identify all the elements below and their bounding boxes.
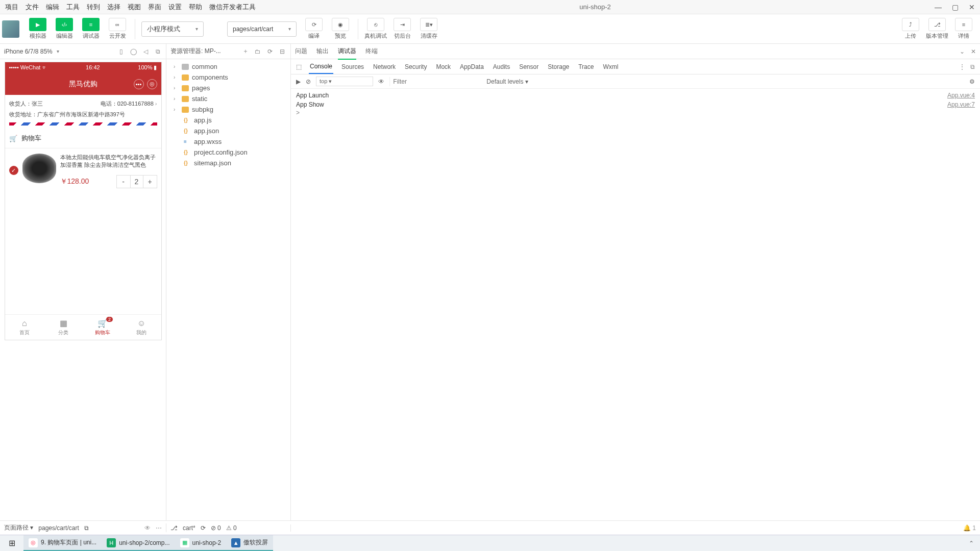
inspect-icon[interactable]: ⬚ <box>296 63 302 70</box>
menu-help[interactable]: 帮助 <box>189 3 202 12</box>
window-maximize[interactable]: ▢ <box>952 3 959 11</box>
panel-tab-problems[interactable]: 问题 <box>295 47 307 56</box>
tab-category[interactable]: ▦分类 <box>44 315 83 340</box>
menu-select[interactable]: 选择 <box>107 3 120 12</box>
clearcache-button[interactable]: ≣▾清缓存 <box>418 18 440 40</box>
eye-icon[interactable]: 👁 <box>144 524 151 532</box>
devtab-sensor[interactable]: Sensor <box>518 60 540 73</box>
address-card[interactable]: 收货人：张三 电话：020-81167888 › 收货地址：广东省广州市海珠区新… <box>5 95 161 129</box>
compile-button[interactable]: ⟳编译 <box>303 18 325 40</box>
console-settings-icon[interactable]: ⚙ <box>969 78 975 85</box>
device-record-icon[interactable]: ◯ <box>129 48 137 55</box>
console-eye-icon[interactable]: 👁 <box>378 78 384 85</box>
folder-pages[interactable]: ›pages <box>166 83 290 93</box>
git-branch[interactable]: cart* <box>183 524 195 532</box>
page-path-label[interactable]: 页面路径 ▾ <box>4 523 33 532</box>
preview-button[interactable]: ◉预览 <box>329 18 352 40</box>
menu-edit[interactable]: 编辑 <box>46 3 59 12</box>
menu-view[interactable]: 视图 <box>128 3 141 12</box>
devtab-console[interactable]: Console <box>309 60 333 74</box>
system-tray[interactable]: ⌃ <box>963 535 980 551</box>
console-source-link[interactable]: App.vue:4 <box>947 92 975 99</box>
panel-chevron-icon[interactable]: ⌄ <box>960 48 965 55</box>
menu-file[interactable]: 文件 <box>26 3 39 12</box>
console-context-select[interactable]: top ▾ <box>316 77 373 86</box>
folder-subpkg[interactable]: ›subpkg <box>166 104 290 115</box>
taskbar-item[interactable]: ▲傲软投屏 <box>226 535 273 551</box>
file-sitemap[interactable]: {}sitemap.json <box>166 158 290 168</box>
file-app-wxss[interactable]: ≡app.wxss <box>166 136 290 147</box>
new-file-icon[interactable]: ＋ <box>241 47 250 56</box>
bell-icon[interactable]: 🔔 1 <box>963 524 976 532</box>
error-count[interactable]: ⊘ 0 <box>211 524 221 532</box>
user-avatar[interactable] <box>2 20 19 38</box>
taskbar-item[interactable]: Huni-shop-2/comp... <box>102 535 175 551</box>
folder-components[interactable]: ›components <box>166 72 290 83</box>
file-app-js[interactable]: {}app.js <box>166 115 290 126</box>
simulator-button[interactable]: ▶模拟器 <box>27 18 49 40</box>
start-button[interactable]: ⊞ <box>0 535 23 551</box>
device-portrait-icon[interactable]: ▯ <box>117 48 125 55</box>
console-levels-select[interactable]: Default levels ▾ <box>486 78 528 85</box>
tab-home[interactable]: ⌂首页 <box>5 315 44 340</box>
devtools-dock-icon[interactable]: ⧉ <box>970 63 975 70</box>
menu-wxdevtools[interactable]: 微信开发者工具 <box>209 3 256 12</box>
window-minimize[interactable]: — <box>935 3 942 11</box>
page-dropdown[interactable]: pages/cart/cart▾ <box>227 21 297 37</box>
devtab-audits[interactable]: Audits <box>492 60 511 73</box>
tab-cart[interactable]: 🛒2购物车 <box>83 315 122 340</box>
folder-static[interactable]: ›static <box>166 93 290 104</box>
tray-chevron-icon[interactable]: ⌃ <box>969 540 974 547</box>
item-check-icon[interactable]: ✓ <box>9 166 18 175</box>
capsule-menu-icon[interactable]: ••• <box>134 79 144 89</box>
menu-project[interactable]: 项目 <box>5 3 18 12</box>
upload-button[interactable]: ⤴上传 <box>899 18 922 40</box>
menu-settings[interactable]: 设置 <box>168 3 182 12</box>
folder-common[interactable]: ›common <box>166 61 290 72</box>
tab-me[interactable]: ☺我的 <box>122 315 161 340</box>
device-popout-icon[interactable]: ⧉ <box>154 48 162 55</box>
devtab-network[interactable]: Network <box>372 60 397 73</box>
refresh-icon[interactable]: ⟳ <box>266 48 274 55</box>
taskbar-item[interactable]: ▦uni-shop-2 <box>175 535 227 551</box>
cloud-dev-button[interactable]: ∞云开发 <box>106 18 129 40</box>
devtab-mock[interactable]: Mock <box>435 60 452 73</box>
console-source-link[interactable]: App.vue:7 <box>947 101 975 108</box>
git-sync-icon[interactable]: ⟳ <box>201 524 206 532</box>
realdevice-button[interactable]: ⎋真机调试 <box>364 18 387 40</box>
menu-tools[interactable]: 工具 <box>66 3 80 12</box>
console-clear-icon[interactable]: ⊘ <box>306 78 311 85</box>
devtab-trace[interactable]: Trace <box>577 60 595 73</box>
copy-icon[interactable]: ⧉ <box>84 524 89 532</box>
devtools-more-icon[interactable]: ⋮ <box>959 63 965 70</box>
panel-tab-output[interactable]: 输出 <box>316 47 329 56</box>
more-icon[interactable]: ⋯ <box>156 524 162 532</box>
version-button[interactable]: ⎇版本管理 <box>926 18 948 40</box>
devtab-appdata[interactable]: AppData <box>459 60 485 73</box>
panel-tab-debugger[interactable]: 调试器 <box>338 47 356 60</box>
mode-dropdown[interactable]: 小程序模式▾ <box>141 21 204 37</box>
console-filter-input[interactable] <box>389 77 481 86</box>
editor-button[interactable]: ‹/›编辑器 <box>53 18 76 40</box>
file-project-config[interactable]: {}project.config.json <box>166 147 290 158</box>
detail-button[interactable]: ≡详情 <box>952 18 975 40</box>
warning-count[interactable]: ⚠ 0 <box>226 524 237 532</box>
devtab-storage[interactable]: Storage <box>547 60 570 73</box>
file-app-json[interactable]: {}app.json <box>166 126 290 136</box>
debugger-button[interactable]: ≡调试器 <box>80 18 102 40</box>
window-close[interactable]: ✕ <box>969 3 975 11</box>
menu-goto[interactable]: 转到 <box>87 3 100 12</box>
new-folder-icon[interactable]: 🗀 <box>254 48 262 55</box>
item-image[interactable] <box>22 154 56 183</box>
qty-minus-button[interactable]: - <box>117 176 130 188</box>
devtab-wxml[interactable]: Wxml <box>602 60 619 73</box>
menu-interface[interactable]: 界面 <box>148 3 161 12</box>
collapse-icon[interactable]: ⊟ <box>278 48 286 55</box>
devtab-security[interactable]: Security <box>404 60 428 73</box>
console-prompt[interactable]: > <box>296 109 975 116</box>
capsule-close-icon[interactable]: ◎ <box>147 79 157 89</box>
background-button[interactable]: ⇥切后台 <box>391 18 413 40</box>
taskbar-item[interactable]: ◎9. 购物车页面 | uni... <box>23 535 102 551</box>
device-select[interactable]: iPhone 6/7/8 85% <box>4 48 53 55</box>
qty-plus-button[interactable]: + <box>143 176 157 188</box>
